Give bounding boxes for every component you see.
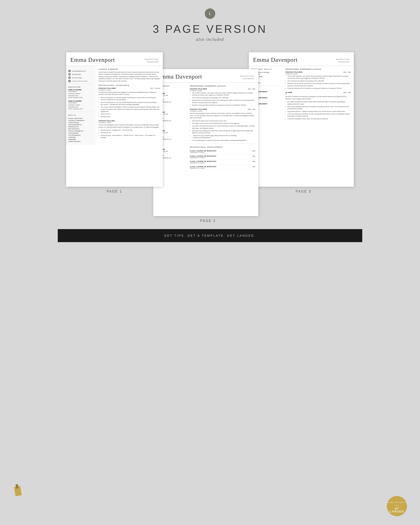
exp-continued-title-3: PROFESSIONAL EXPERIENCE continued [285,68,351,70]
phone-contact: ☎ 555.555.5555 [68,73,93,75]
linkedin-contact: in Linkedin.com/in/yourusername [68,80,93,82]
page3-body: TECHNICAL SKILLS Adobe Illustrator & InD… [249,66,354,124]
landed-badge: RESUME DESIGNS FOR THE get LANDED [386,496,407,517]
dev-row-3: CLASS, COURSE OR WORKSHOP Organization o… [190,159,255,165]
resume-page-2: Emma Davenport MARKETING MANAGER REFEREN… [153,69,258,216]
resume-header-3: Emma Davenport MARKETING MANAGER [249,52,354,66]
page2-label: PAGE 2 [200,219,216,223]
job-title-line1: MARKETING [145,58,159,61]
skill-leadership: Leadership [68,136,93,138]
resume-page-1: Emma Davenport MARKETING MANAGER ✉ yo [66,52,163,187]
right-col-3: PROFESSIONAL EXPERIENCE continued POSITI… [282,66,354,124]
edu-block-1: NAME OF DEGREE Concentration University,… [68,89,93,99]
skill-adaptability: Adaptability [68,138,93,140]
binder-clip-icon [13,482,29,499]
also-included-text: also included [196,37,224,42]
resume-name-2: Emma Davenport [158,73,202,80]
dev-row-2: CLASS, COURSE OR WORKSHOP Organization o… [190,154,255,159]
graduation-year-2: Graduation Year [68,106,93,108]
resume-header-2: Emma Davenport MARKETING MANAGER [153,69,258,83]
badge-circle-icon: RESUME DESIGNS FOR THE get LANDED [386,496,407,517]
page1-col: Emma Davenport MARKETING MANAGER ✉ yo [66,52,163,193]
skill-resource: Resource Management [68,130,93,132]
email-icon: ✉ [68,70,71,72]
page-version-title: 3 PAGE VERSION [153,23,267,35]
resume-body-1: ✉ youremail@mail.com ☎ 555.555.5555 ◉ Yo… [66,66,163,145]
skill-improving: Improving Efficiency [68,123,93,126]
page3-col: Emma Davenport MARKETING MANAGER TECHNIC… [253,52,354,193]
career-summary-title: CAREER SUMMARY [99,68,160,70]
career-summary-text: Use this area to quickly sell yourself a… [99,71,160,82]
dev-row-4: CLASS, COURSE OR WORKSHOP Organization o… [190,165,255,170]
edu-block-2: NAME OF DEGREE Concentration University,… [68,100,93,110]
svg-text:LANDED: LANDED [390,510,404,513]
right-col-1: CAREER SUMMARY Use this area to quickly … [95,66,163,145]
logo-letter: L [209,11,211,16]
resume-title-3: MARKETING MANAGER [336,58,350,63]
resume-name-3: Emma Davenport [253,56,298,63]
page-wrapper: L 3 PAGE VERSION also included Emma Dave… [58,0,362,242]
experience-title: PROFESSIONAL EXPERIENCE [99,85,160,86]
p3-job-block-2: LE HERE Date - Date on you held is unrel… [285,92,351,120]
resume-name-1: Emma Davenport [70,56,115,63]
pages-row: Emma Davenport MARKETING MANAGER ✉ yo [66,52,354,223]
skill-contracts: Contracts & Negotiations [68,119,93,121]
job-title-line2: MANAGER [145,61,159,63]
footer-text: GET TIPS. GET A TEMPLATE. GET LANDED. [164,234,256,237]
exp-continued-title-2: PROFESSIONAL EXPERIENCE continued [190,85,255,87]
resume-page-3: Emma Davenport MARKETING MANAGER TECHNIC… [249,52,354,187]
page2-col: Emma Davenport MARKETING MANAGER REFEREN… [158,61,258,223]
linkedin-icon: in [68,80,71,82]
resume-title-1: MARKETING MANAGER [145,58,159,63]
education-title: EDUCATION [68,86,93,88]
email-contact: ✉ youremail@mail.com [68,70,93,72]
location-contact: ◉ Your City, State [68,76,93,79]
page2-body: REFERENCES ☎ NAME HERE Reference's Job T… [153,83,258,173]
dev-title: PROFESSIONAL DEVELOPMENT [190,146,255,148]
graduation-year-1: Graduation Year [68,95,93,97]
resume-title-2: MARKETING MANAGER [240,75,254,80]
page1-label: PAGE 1 [107,190,122,193]
left-col-1: ✉ youremail@mail.com ☎ 555.555.5555 ◉ Yo… [66,66,95,145]
skill-time: Time Management [68,134,93,136]
skill-reducing: Reducing Costs [68,126,93,128]
skill-process: Process Improvement [68,117,93,119]
svg-text:THE: THE [395,505,399,506]
svg-text:RESUME DESIGNS FOR: RESUME DESIGNS FOR [386,502,407,503]
job-block-2: POSITION TITLE HER... Company, Location … [99,120,160,139]
p2-job-block-2: POSITION TITLE HERE Date - Date Company,… [190,108,255,141]
p3-job-block-1: POSITION TITLE HERE Date - Date Company,… [285,71,351,89]
skill-project-planning: Project Planning [68,121,93,123]
phone-icon: ☎ [68,73,71,75]
svg-text:get: get [395,506,399,510]
skill-risk: Risk Assessment [68,128,93,130]
resume-header-1: Emma Davenport MARKETING MANAGER [66,52,163,66]
bottom-footer: GET TIPS. GET A TEMPLATE. GET LANDED. [58,229,362,242]
page3-label: PAGE 3 [296,190,311,193]
binder-clip-decoration [13,482,29,500]
job-block-1: POSITION TITLE HERE 2017 - Present Compa… [99,87,160,118]
right-col-2: PROFESSIONAL EXPERIENCE continued POSITI… [187,83,258,173]
dev-row-1: CLASS, COURSE OR WORKSHOP Organization o… [190,149,255,154]
skill-communication: Communication [68,132,93,134]
skill-conflict: Conflict Resolution [68,140,93,142]
top-header: L 3 PAGE VERSION also included [58,0,362,46]
skills-list: Process Improvement Contracts & Negotiat… [68,117,93,142]
p2-job-block-1: POSITION TITLE HERE Date - Date Company,… [190,88,255,106]
location-icon: ◉ [68,76,71,79]
skills-title: SKILLS [68,114,93,116]
logo-circle: L [205,8,215,19]
